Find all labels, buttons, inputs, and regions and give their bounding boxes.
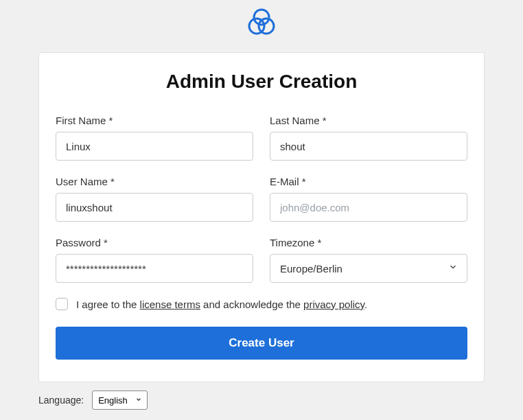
password-label: Password * — [56, 237, 253, 248]
privacy-policy-link[interactable]: privacy policy — [303, 299, 364, 310]
app-logo-icon — [245, 5, 278, 41]
timezone-label: Timezone * — [270, 237, 467, 248]
first-name-label: First Name * — [56, 115, 253, 126]
logo-container — [0, 0, 523, 52]
footer: Language: English — [38, 390, 485, 410]
language-select[interactable]: English — [92, 390, 148, 410]
timezone-select[interactable]: Europe/Berlin — [270, 254, 467, 283]
last-name-input[interactable] — [270, 132, 467, 161]
user-name-label: User Name * — [56, 176, 253, 187]
license-terms-link[interactable]: license terms — [140, 299, 200, 310]
page-title: Admin User Creation — [56, 71, 467, 93]
svg-point-1 — [259, 19, 274, 34]
agree-label: I agree to the license terms and acknowl… — [76, 299, 367, 310]
email-input[interactable] — [270, 193, 467, 222]
password-input[interactable] — [56, 254, 253, 283]
user-name-input[interactable] — [56, 193, 253, 222]
language-label: Language: — [38, 395, 84, 406]
last-name-label: Last Name * — [270, 115, 467, 126]
form-card: Admin User Creation First Name * Last Na… — [38, 52, 485, 382]
email-label: E-Mail * — [270, 176, 467, 187]
svg-point-2 — [254, 10, 269, 25]
create-user-button[interactable]: Create User — [56, 327, 467, 360]
first-name-input[interactable] — [56, 132, 253, 161]
agree-checkbox[interactable] — [56, 298, 68, 310]
